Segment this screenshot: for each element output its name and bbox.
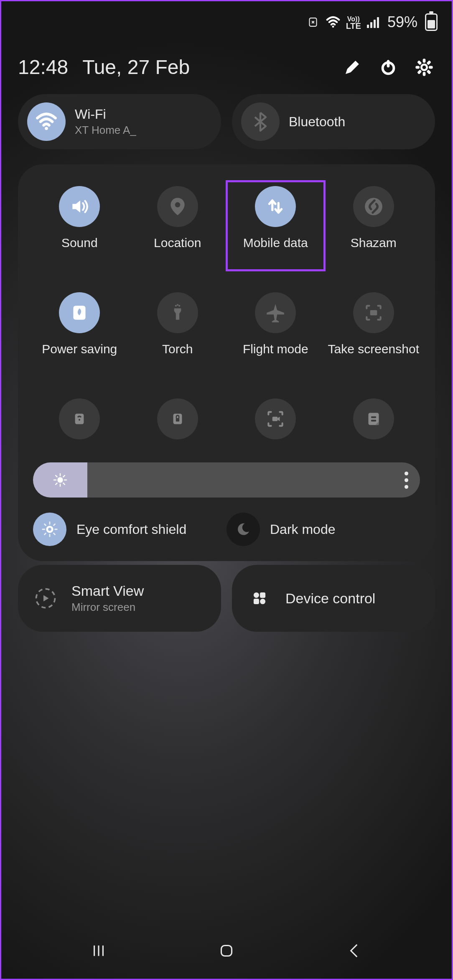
tile-flight-mode[interactable]: Flight mode bbox=[226, 287, 325, 377]
clock-time[interactable]: 12:48 bbox=[18, 56, 68, 79]
home-button[interactable] bbox=[216, 940, 237, 963]
tile-label: Torch bbox=[162, 342, 193, 372]
recents-button[interactable] bbox=[88, 940, 109, 963]
tile-mobile-data[interactable]: Mobile data bbox=[226, 181, 325, 271]
panel-header: 12:48 Tue, 27 Feb bbox=[1, 56, 452, 79]
clock-date[interactable]: Tue, 27 Feb bbox=[82, 56, 190, 79]
leaf-icon bbox=[59, 292, 100, 333]
tile-shazam[interactable]: Shazam bbox=[325, 181, 423, 271]
wifi-network: XT Home A_ bbox=[75, 124, 136, 137]
device-control-card[interactable]: Device control bbox=[232, 565, 435, 632]
bluetooth-pill[interactable]: Bluetooth bbox=[232, 94, 435, 149]
signal-icon bbox=[367, 16, 379, 28]
torch-icon bbox=[157, 292, 198, 333]
settings-button[interactable] bbox=[413, 56, 435, 78]
connectivity-pills: Wi-Fi XT Home A_ Bluetooth bbox=[18, 94, 435, 149]
wifi-pill[interactable]: Wi-Fi XT Home A_ bbox=[18, 94, 221, 149]
record-icon bbox=[255, 398, 296, 439]
tile-label: Mobile data bbox=[243, 235, 308, 265]
location-icon bbox=[157, 186, 198, 227]
notification-icon bbox=[306, 15, 320, 29]
smart-view-title: Smart View bbox=[71, 583, 144, 599]
navigation-bar bbox=[1, 933, 452, 970]
screenshot-icon bbox=[353, 292, 394, 333]
tile-label: Flight mode bbox=[243, 342, 308, 372]
brightness-panel: Eye comfort shield Dark mode bbox=[18, 450, 435, 561]
smart-view-sub: Mirror screen bbox=[71, 601, 144, 614]
cast-icon bbox=[31, 583, 61, 613]
tile-label: Take screenshot bbox=[328, 342, 419, 372]
sound-icon bbox=[59, 186, 100, 227]
bluetooth-icon bbox=[241, 102, 280, 141]
power-button[interactable] bbox=[377, 56, 399, 78]
wifi-label: Wi-Fi bbox=[75, 107, 136, 122]
battery-percent: 59% bbox=[387, 13, 417, 31]
sun-icon bbox=[52, 472, 69, 488]
brightness-slider[interactable] bbox=[33, 462, 420, 498]
bottom-cards: Smart View Mirror screen Device control bbox=[18, 565, 435, 632]
back-button[interactable] bbox=[344, 940, 365, 963]
tile-sound[interactable]: Sound bbox=[31, 181, 129, 271]
tile-power-saving[interactable]: Power saving bbox=[31, 287, 129, 377]
bluetooth-label: Bluetooth bbox=[289, 114, 345, 130]
tile-screenshot[interactable]: Take screenshot bbox=[325, 287, 423, 377]
note-icon bbox=[353, 398, 394, 439]
tile-location[interactable]: Location bbox=[129, 181, 227, 271]
tile-label: Power saving bbox=[42, 342, 117, 372]
smart-view-card[interactable]: Smart View Mirror screen bbox=[18, 565, 221, 632]
data-icon bbox=[255, 186, 296, 227]
dark-mode-toggle[interactable]: Dark mode bbox=[226, 510, 420, 549]
tile-label: Location bbox=[154, 235, 201, 265]
brightness-thumb[interactable] bbox=[33, 462, 87, 498]
tile-label: Shazam bbox=[351, 235, 397, 265]
tile-torch[interactable]: Torch bbox=[129, 287, 227, 377]
shazam-icon bbox=[353, 186, 394, 227]
svg-rect-33 bbox=[221, 946, 232, 956]
plane-icon bbox=[255, 292, 296, 333]
eye-comfort-toggle[interactable]: Eye comfort shield bbox=[33, 510, 226, 549]
lock-icon bbox=[157, 398, 198, 439]
eye-comfort-icon bbox=[33, 513, 66, 546]
tile-label: Sound bbox=[61, 235, 98, 265]
device-control-title: Device control bbox=[285, 590, 375, 607]
battery-icon bbox=[425, 13, 438, 31]
moon-icon bbox=[226, 513, 260, 546]
status-bar: Vo))LTE 59% bbox=[1, 1, 452, 43]
wifi-status-icon bbox=[326, 15, 340, 29]
brightness-menu-button[interactable] bbox=[405, 472, 408, 489]
eye-comfort-label: Eye comfort shield bbox=[76, 522, 186, 537]
volte-indicator: Vo))LTE bbox=[346, 15, 361, 30]
dark-mode-label: Dark mode bbox=[270, 522, 336, 537]
device-grid-icon bbox=[244, 583, 275, 613]
hotspot-icon bbox=[59, 398, 100, 439]
wifi-icon bbox=[27, 102, 66, 141]
edit-button[interactable] bbox=[341, 56, 363, 78]
